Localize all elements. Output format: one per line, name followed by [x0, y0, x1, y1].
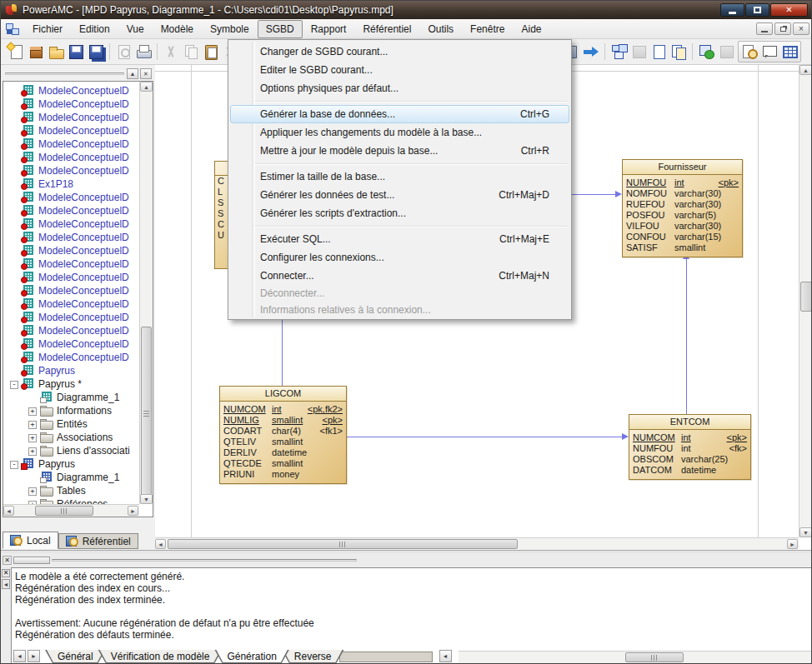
tree-expander[interactable] — [9, 377, 20, 391]
sgbd-menu-item[interactable] — [228, 97, 571, 105]
tree-expander[interactable] — [9, 137, 20, 151]
tree-item[interactable]: Liens d'associati — [4, 444, 138, 457]
menubar-item[interactable]: Référentiel — [354, 20, 419, 38]
tree-expander[interactable] — [9, 164, 20, 177]
menubar-item[interactable]: Rapport — [303, 20, 355, 38]
strip-close-icon[interactable]: ✕ — [3, 556, 12, 565]
scroll-left-icon[interactable]: ◄ — [3, 506, 14, 516]
strip-thumb[interactable] — [13, 557, 50, 564]
tree-hscroll-thumb[interactable] — [35, 506, 93, 516]
tree-expander[interactable] — [9, 111, 20, 124]
sgbd-menu-item[interactable]: Mettre à jour le modèle depuis la base..… — [228, 142, 571, 160]
output-tab[interactable]: Reverse — [282, 650, 344, 663]
tree-item[interactable]: ModeleConceptuelD — [4, 351, 138, 364]
sgbd-menu-item[interactable]: Estimer la taille de la base... — [228, 167, 571, 186]
menubar-item[interactable]: SGBD — [258, 20, 303, 38]
tree-item[interactable]: Diagramme_1 — [4, 471, 138, 484]
output-tab[interactable]: Génération — [214, 650, 288, 663]
print-icon[interactable] — [134, 42, 153, 61]
panel-drag-handle[interactable] — [5, 72, 124, 75]
browser-tab[interactable]: Référentiel — [58, 533, 138, 549]
reference-connector[interactable] — [347, 437, 622, 437]
tree-item[interactable]: ModeleConceptuelD — [4, 111, 138, 124]
table-fournisseur[interactable]: Fournisseur NUMFOU int <pk> NOMFOU varch… — [622, 159, 743, 257]
tree-vscroll-thumb[interactable] — [141, 327, 152, 502]
sgbd-menu-item[interactable]: Changer de SGBD courant... — [228, 42, 571, 61]
tree-item[interactable]: Entités — [4, 417, 138, 431]
scroll-left-icon[interactable]: ◄ — [155, 539, 166, 549]
tree-item[interactable]: Associations — [4, 431, 138, 444]
tree-item[interactable]: ModeleConceptuelD — [4, 137, 138, 151]
sgbd-menu-item[interactable]: Options physiques par défaut... — [228, 79, 571, 97]
tree-item[interactable]: ModeleConceptuelD — [4, 191, 138, 204]
browser-tab[interactable]: Local — [3, 532, 58, 549]
tree-expander[interactable] — [9, 191, 20, 204]
output-close-icon[interactable]: ✕ — [2, 569, 10, 577]
tree-expander[interactable] — [28, 404, 38, 417]
scroll-right-icon[interactable]: ► — [787, 539, 798, 549]
result-list-icon[interactable] — [760, 42, 779, 61]
mdi-restore-button[interactable] — [774, 22, 791, 35]
minimize-button[interactable] — [720, 3, 744, 17]
tree-item[interactable]: ModeleConceptuelD — [4, 324, 138, 337]
cut-icon[interactable] — [162, 42, 180, 61]
canvas-horizontal-scrollbar[interactable]: ◄ ► — [155, 537, 799, 550]
open-workspace-icon[interactable] — [27, 42, 45, 61]
sgbd-menu-item[interactable]: Générer les données de test... Ctrl+Maj+… — [228, 186, 571, 204]
tree-expander[interactable] — [9, 97, 20, 111]
page-icon[interactable] — [649, 42, 668, 61]
tree-expander[interactable] — [9, 284, 20, 297]
sgbd-menu-item[interactable]: Editer le SGBD courant... — [228, 61, 571, 79]
tree-expander[interactable] — [9, 84, 20, 97]
sgbd-menu-item[interactable]: Appliquer les changements du modèle à la… — [228, 123, 571, 142]
tree-item[interactable]: Diagramme_1 — [4, 391, 138, 404]
tree-item[interactable]: Papyrus — [4, 364, 138, 377]
tree-expander[interactable] — [9, 204, 20, 217]
table-entcom[interactable]: ENTCOM NUMCOM int <pk> NUMFOU int <fk> O… — [629, 414, 751, 480]
scroll-right-icon[interactable]: ► — [128, 506, 138, 516]
save-icon[interactable] — [67, 42, 85, 61]
tree-expander[interactable] — [28, 471, 38, 484]
close-button[interactable]: ✕ — [770, 3, 808, 17]
canvas-vscroll-thumb[interactable] — [800, 282, 812, 312]
tree-expander[interactable] — [28, 391, 38, 404]
tree-item[interactable]: Informations — [4, 404, 138, 417]
menubar-item[interactable]: Symbole — [202, 20, 258, 38]
link-arrow-icon[interactable] — [582, 42, 600, 61]
tree-expander[interactable] — [9, 364, 20, 377]
tree-expander[interactable] — [9, 311, 20, 324]
tree-item[interactable]: ModeleConceptuelD — [4, 217, 138, 231]
browser-panel-header[interactable]: ▲ ✕ — [3, 67, 153, 80]
maximize-button[interactable] — [745, 3, 769, 17]
tree-expander[interactable] — [28, 417, 38, 431]
tree-item[interactable]: ModeleConceptuelD — [4, 297, 138, 311]
tree-item[interactable]: ModeleConceptuelD — [4, 97, 138, 111]
title-bar[interactable]: PowerAMC - [MPD Papyrus, Diagramme_1 - C… — [1, 1, 812, 19]
sgbd-menu-item[interactable] — [228, 222, 571, 230]
tree-expander[interactable] — [28, 444, 38, 457]
table-ligcom[interactable]: LIGCOM NUMCOM int <pk,fk2> NUMLIG smalli… — [219, 386, 347, 484]
panel-close-button[interactable]: ✕ — [140, 68, 152, 79]
tree-item[interactable]: ModeleConceptuelD — [4, 84, 138, 97]
sgbd-menu-item[interactable]: Connecter... Ctrl+Maj+N — [228, 267, 571, 285]
sgbd-menu-item[interactable]: Générer la base de données... Ctrl+G — [228, 105, 571, 123]
find-objects-icon[interactable] — [740, 42, 759, 61]
mdi-child-icon[interactable] — [6, 23, 19, 35]
menubar-item[interactable]: Edition — [71, 20, 118, 38]
reference-connector[interactable] — [686, 259, 687, 414]
scroll-down-icon[interactable]: ▼ — [799, 527, 812, 537]
partial-table[interactable]: CLSSCU — [214, 161, 228, 269]
output-scroll-left-icon[interactable]: ◄ — [439, 650, 452, 662]
tree-expander[interactable] — [9, 257, 20, 271]
tree-item[interactable]: Papyrus — [4, 457, 138, 471]
canvas-vertical-scrollbar[interactable]: ▲ ▼ — [799, 65, 812, 537]
scroll-up-icon[interactable]: ▲ — [799, 65, 812, 75]
tree-item[interactable]: ModeleConceptuelD — [4, 151, 138, 164]
tree-item[interactable]: Papyrus * — [4, 377, 138, 391]
menubar-item[interactable]: Aide — [513, 20, 549, 38]
mdi-minimize-button[interactable] — [756, 22, 773, 35]
menubar-item[interactable]: Outils — [419, 20, 462, 38]
save-all-icon[interactable] — [87, 42, 105, 61]
scroll-up-icon[interactable]: ▲ — [140, 82, 153, 92]
tree-expander[interactable] — [9, 244, 20, 257]
